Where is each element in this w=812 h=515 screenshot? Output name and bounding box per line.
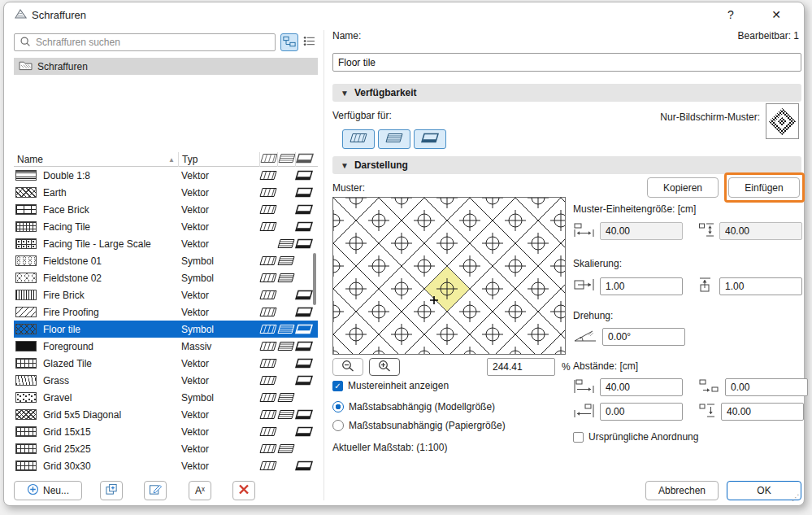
- list-item[interactable]: Grid 30x30Vektor: [14, 457, 318, 474]
- edit-button[interactable]: [144, 481, 167, 500]
- rotation-row: [573, 328, 685, 346]
- new-button[interactable]: Neu...: [14, 481, 82, 500]
- copy-button[interactable]: Kopieren: [647, 177, 719, 198]
- column-header-typ[interactable]: Typ: [178, 152, 259, 167]
- close-button[interactable]: ✕: [763, 6, 789, 24]
- draft-fill-icon: [259, 255, 277, 266]
- column-header-cut-fill-icon[interactable]: [295, 152, 313, 167]
- spacing-row-2: [573, 403, 804, 421]
- cover-fill-icon: [277, 238, 295, 249]
- paste-button[interactable]: Einfügen: [728, 177, 800, 198]
- dither-diamond-pattern: [766, 106, 798, 137]
- list-item[interactable]: GravelSymbol: [14, 389, 318, 406]
- list-header[interactable]: Name ▲ Typ: [14, 152, 318, 167]
- fill-type: Vektor: [178, 170, 259, 181]
- list-item[interactable]: Facing TileVektor: [14, 218, 318, 235]
- list-item[interactable]: Glazed TileVektor: [14, 355, 318, 372]
- plus-icon: [27, 483, 39, 498]
- unit-width-input[interactable]: [600, 222, 683, 240]
- pattern-swatch: [15, 460, 37, 471]
- column-header-cover-fill-icon[interactable]: [277, 152, 295, 167]
- scale-independent-radio[interactable]: [332, 420, 344, 431]
- fill-name: Fire Proofing: [40, 307, 178, 318]
- column-header-draft-fill-icon[interactable]: [259, 152, 277, 167]
- list-item[interactable]: Fieldstone 02Symbol: [14, 269, 318, 286]
- resize-grip[interactable]: ⋰: [792, 493, 800, 502]
- fill-types-dialog: Schraffuren ? ✕ Schraffuren Name ▲ Typ D…: [3, 2, 805, 506]
- delete-button[interactable]: [232, 481, 255, 500]
- tree-view-button[interactable]: [280, 33, 298, 51]
- list-item[interactable]: Grid 25x25Vektor: [14, 440, 318, 457]
- section-display[interactable]: ▼ Darstellung: [332, 156, 801, 174]
- fill-type: Vektor: [178, 290, 259, 301]
- scale-y-input[interactable]: [719, 277, 802, 295]
- list-item[interactable]: Fieldstone 01Symbol: [14, 252, 318, 269]
- list-item[interactable]: Floor tileSymbol: [14, 321, 318, 338]
- scale-dependent-radio[interactable]: [332, 401, 344, 412]
- list-item[interactable]: GrassVektor: [14, 372, 318, 389]
- rename-button[interactable]: Aˣ: [189, 481, 211, 500]
- fill-name: Gravel: [40, 392, 178, 404]
- current-scale-label: Aktueller Maßstab: (1:100): [332, 442, 447, 453]
- section-availability[interactable]: ▼ Verfügbarkeit: [332, 84, 801, 102]
- fill-name: Foreground: [40, 341, 178, 352]
- cut-fill-icon: [421, 133, 439, 146]
- show-unit-checkbox[interactable]: ✓: [332, 381, 343, 391]
- list-item[interactable]: EarthVektor: [14, 184, 318, 201]
- zoom-in-button[interactable]: [369, 358, 400, 376]
- column-header-name[interactable]: Name ▲: [14, 152, 178, 167]
- pattern-swatch: [15, 426, 37, 437]
- spacing-x-input[interactable]: [600, 378, 683, 396]
- list-item[interactable]: Fire ProofingVektor: [14, 303, 318, 321]
- cancel-button[interactable]: Abbrechen: [645, 481, 719, 500]
- list-item[interactable]: Face BrickVektor: [14, 201, 318, 218]
- zoom-out-button[interactable]: [332, 358, 363, 376]
- list-item[interactable]: ForegroundMassiv: [14, 338, 318, 355]
- pattern-swatch: [15, 290, 37, 300]
- search-input[interactable]: [36, 37, 270, 48]
- fill-name: Grass: [40, 375, 178, 386]
- rotation-label: Drehung:: [573, 310, 613, 321]
- pattern-preview[interactable]: [332, 197, 566, 355]
- list-item[interactable]: Double 1:8Vektor: [14, 167, 318, 184]
- screen-only-label: Nur-Bildschirm-Muster:: [660, 111, 760, 123]
- list-scrollbar[interactable]: [313, 253, 316, 305]
- help-button[interactable]: ?: [718, 6, 744, 24]
- draft-fill-icon: [259, 375, 277, 386]
- list-view-button[interactable]: [300, 33, 318, 51]
- list-item[interactable]: Grid 15x15Vektor: [14, 423, 318, 440]
- zoom-percent-input[interactable]: [487, 358, 555, 376]
- chevron-down-icon: ▼: [341, 89, 349, 98]
- availability-cover-fill-toggle[interactable]: [378, 129, 410, 149]
- offset-y-input[interactable]: [600, 403, 683, 421]
- fill-name: Earth: [40, 187, 178, 199]
- fill-type: Vektor: [178, 460, 259, 472]
- list-item[interactable]: Fire BrickVektor: [14, 286, 318, 303]
- fill-name: Fieldstone 01: [40, 255, 178, 267]
- fill-type: Symbol: [178, 392, 259, 404]
- tree-root-item[interactable]: Schraffuren: [14, 58, 318, 75]
- list-item[interactable]: Facing Tile - Large ScaleVektor: [14, 235, 318, 252]
- list-item[interactable]: Grid 5x5 DiagonalVektor: [14, 406, 318, 423]
- unit-height-input[interactable]: [719, 222, 802, 240]
- scale-x-input[interactable]: [600, 277, 683, 295]
- fill-type: Vektor: [178, 187, 259, 199]
- availability-draft-fill-toggle[interactable]: [342, 129, 375, 149]
- offset-x-input[interactable]: [725, 378, 808, 396]
- spacing-y-input[interactable]: [721, 403, 804, 421]
- search-box[interactable]: [14, 33, 276, 51]
- fill-type: Vektor: [178, 409, 259, 421]
- scaling-label: Skalierung:: [573, 258, 622, 269]
- availability-cut-fill-toggle[interactable]: [414, 129, 446, 149]
- fill-type: Vektor: [178, 443, 259, 455]
- ok-button[interactable]: OK: [727, 481, 801, 500]
- zoom-out-icon: [341, 360, 355, 374]
- name-input[interactable]: [332, 53, 801, 72]
- duplicate-button[interactable]: [100, 481, 123, 500]
- rotation-input[interactable]: [602, 328, 685, 346]
- draft-fill-icon: [259, 170, 277, 181]
- pattern-preview-canvas: [333, 198, 565, 354]
- title-bar[interactable]: Schraffuren ? ✕: [4, 2, 804, 27]
- original-layout-checkbox[interactable]: [573, 432, 584, 443]
- pattern-swatch: [15, 375, 37, 386]
